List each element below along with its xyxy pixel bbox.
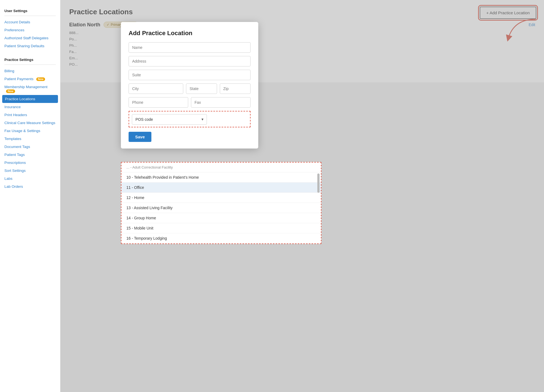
sidebar-item-fax-usage[interactable]: Fax Usage & Settings (0, 127, 60, 135)
dropdown-item-11[interactable]: 11 - Office (121, 183, 321, 193)
city-state-zip-row (129, 83, 251, 94)
dropdown-item-14[interactable]: 14 - Group Home (121, 213, 321, 223)
pos-code-select[interactable]: POS code (132, 114, 207, 125)
sidebar-item-patient-sharing[interactable]: Patient Sharing Defaults (0, 42, 60, 50)
main-content: Practice Locations + Add Practice Locati… (60, 0, 544, 392)
sidebar-item-patient-tags[interactable]: Patient Tags (0, 151, 60, 159)
dropdown-item-correctional[interactable]: ... - Adult Correctional Facility (121, 163, 321, 172)
sidebar-item-authorized-staff[interactable]: Authorized Staff Delegates (0, 34, 60, 42)
sidebar-item-clinical-care[interactable]: Clinical Care Measure Settings (0, 119, 60, 127)
user-settings-title: User Settings (0, 5, 60, 15)
pos-section: POS code ▼ (129, 111, 251, 127)
modal-title: Add Practice Location (129, 30, 251, 37)
sidebar-item-patient-payments[interactable]: Patient Payments New (0, 75, 60, 83)
dropdown-item-13[interactable]: 13 - Assisted Living Facility (121, 203, 321, 213)
sidebar-item-billing[interactable]: Billing (0, 67, 60, 75)
phone-input[interactable] (129, 97, 188, 108)
sidebar-item-insurance[interactable]: Insurance (0, 103, 60, 111)
sidebar-item-sort-settings[interactable]: Sort Settings (0, 167, 60, 175)
pos-code-wrapper: POS code ▼ (132, 114, 247, 125)
sidebar-item-print-headers[interactable]: Print Headers (0, 111, 60, 119)
sidebar-item-prescriptions[interactable]: Prescriptions (0, 159, 60, 167)
patient-payments-badge: New (36, 77, 45, 81)
dropdown-item-10[interactable]: 10 - Telehealth Provided in Patient's Ho… (121, 172, 321, 183)
add-practice-location-modal: Add Practice Location POS code ▼ Save (121, 22, 258, 149)
phone-fax-row (129, 97, 251, 108)
save-button[interactable]: Save (129, 132, 151, 142)
state-input[interactable] (186, 83, 217, 94)
sidebar-item-document-tags[interactable]: Document Tags (0, 143, 60, 151)
sidebar-item-practice-locations[interactable]: Practice Locations (2, 95, 58, 103)
sidebar-item-templates[interactable]: Templates (0, 135, 60, 143)
sidebar-item-lab-orders[interactable]: Lab Orders (0, 183, 60, 191)
dropdown-item-16[interactable]: 16 - Temporary Lodging (121, 233, 321, 243)
name-input[interactable] (129, 42, 251, 53)
fax-input[interactable] (191, 97, 251, 108)
practice-settings-section: Practice Settings Billing Patient Paymen… (0, 54, 60, 191)
sidebar-item-labs[interactable]: Labs (0, 175, 60, 183)
modal-footer: Save (129, 132, 251, 142)
sidebar: User Settings Account Details Preference… (0, 0, 60, 392)
dropdown-item-12[interactable]: 12 - Home (121, 193, 321, 203)
user-settings-section: User Settings Account Details Preference… (0, 5, 60, 50)
dropdown-scrollbar[interactable] (317, 173, 320, 193)
city-input[interactable] (129, 83, 183, 94)
dropdown-item-15[interactable]: 15 - Mobile Unit (121, 223, 321, 233)
sidebar-item-preferences[interactable]: Preferences (0, 26, 60, 34)
practice-settings-title: Practice Settings (0, 54, 60, 63)
zip-input[interactable] (220, 83, 251, 94)
suite-input[interactable] (129, 70, 251, 80)
sidebar-item-account-details[interactable]: Account Details (0, 18, 60, 26)
pos-dropdown-list: ... - Adult Correctional Facility 10 - T… (121, 162, 321, 244)
membership-badge: New (6, 89, 15, 93)
sidebar-item-membership-management[interactable]: Membership Management New (0, 83, 60, 95)
address-input[interactable] (129, 56, 251, 66)
